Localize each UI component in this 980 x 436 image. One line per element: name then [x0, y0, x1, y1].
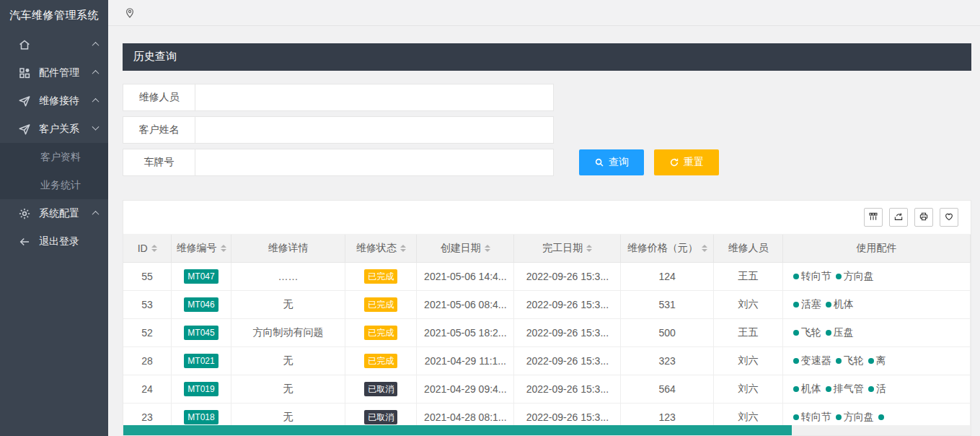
part-dot-icon	[836, 358, 842, 364]
sidebar-subitem-客户资料[interactable]: 客户资料	[0, 143, 108, 171]
form-row: 客户姓名	[123, 116, 971, 144]
columns-icon-button[interactable]	[864, 208, 883, 227]
sidebar-item-label: 配件管理	[39, 66, 93, 79]
part-dot-icon	[836, 274, 842, 279]
field-input-2[interactable]	[195, 149, 554, 176]
sidebar-subitem-业务统计[interactable]: 业务统计	[0, 171, 108, 199]
columns-icon	[868, 212, 878, 224]
cell-finished: 2022-09-26 15:3...	[514, 262, 621, 290]
part-item: 方向盘	[836, 411, 874, 424]
header-label: 维修状态	[356, 242, 397, 255]
sort-icon[interactable]	[702, 245, 707, 252]
cell-price: 564	[621, 375, 714, 403]
cell-finished: 2022-09-26 15:3...	[514, 290, 621, 318]
query-button[interactable]: 查询	[579, 149, 644, 175]
search-form: 维修人员客户姓名车牌号 查询 重置	[123, 84, 971, 176]
table-header-id[interactable]: ID	[123, 235, 172, 262]
form-row: 维修人员	[123, 84, 971, 111]
page-title: 历史查询	[123, 43, 971, 71]
sidebar-item-配件管理[interactable]: 配件管理	[0, 58, 108, 87]
part-dot-icon	[826, 330, 831, 336]
content: 历史查询 维修人员客户姓名车牌号 查询 重置 ID维修编号	[108, 26, 980, 436]
cell-status: 已完成	[345, 318, 417, 346]
sidebar-subitem-label: 业务统计	[40, 179, 98, 192]
reset-button[interactable]: 重置	[654, 149, 719, 175]
cell-id: 24	[123, 375, 172, 403]
form-buttons: 查询 重置	[579, 149, 719, 175]
table-header-detail: 维修详情	[231, 235, 345, 262]
cell-status: 已完成	[345, 290, 417, 318]
export-icon-button[interactable]	[889, 208, 908, 227]
status-badge: 已取消	[364, 410, 397, 424]
cell-detail: ……	[231, 262, 345, 290]
sort-icon[interactable]	[151, 245, 157, 252]
field-input-1[interactable]	[195, 116, 554, 144]
cell-finished: 2022-09-26 15:3...	[514, 318, 621, 346]
cell-created: 2021-04-29 11:1...	[417, 346, 514, 375]
table-row: 55MT047……已完成2021-05-06 14:4...2022-09-26…	[123, 262, 971, 290]
header-label: 维修编号	[177, 242, 217, 255]
scrollbar-thumb[interactable]	[123, 425, 792, 435]
main-area: 历史查询 维修人员客户姓名车牌号 查询 重置 ID维修编号	[108, 0, 980, 436]
query-button-label: 查询	[609, 156, 629, 169]
send-icon	[18, 95, 31, 108]
repair-code-badge: MT047	[184, 269, 218, 284]
table-row: 53MT046无已完成2021-05-06 08:4...2022-09-26 …	[123, 290, 971, 318]
part-dot-icon	[878, 414, 884, 420]
form-row: 车牌号	[123, 149, 971, 176]
sidebar-item-客户关系[interactable]: 客户关系	[0, 115, 108, 143]
table-header-finished[interactable]: 完工日期	[514, 235, 621, 262]
sidebar-item-退出登录[interactable]: 退出登录	[0, 227, 108, 256]
sidebar-menu: 配件管理维修接待客户关系客户资料业务统计系统配置退出登录	[0, 30, 108, 256]
send-icon	[18, 123, 31, 136]
horizontal-scrollbar[interactable]	[123, 425, 971, 435]
part-item: 离	[868, 354, 886, 367]
cell-finished: 2022-09-26 15:3...	[514, 346, 621, 375]
repair-code-badge: MT045	[184, 326, 218, 340]
cell-detail: 方向制动有问题	[231, 318, 345, 346]
table-header-status[interactable]: 维修状态	[345, 235, 417, 262]
cell-code: MT046	[172, 290, 231, 318]
search-icon	[594, 157, 604, 167]
header-label: 完工日期	[542, 242, 583, 255]
cell-status: 已完成	[345, 262, 417, 290]
sidebar-item-home[interactable]	[0, 30, 108, 58]
part-dot-icon	[868, 358, 874, 364]
print-icon-button[interactable]	[914, 208, 933, 227]
repair-code-badge: MT019	[184, 382, 218, 396]
cell-code: MT021	[172, 346, 231, 375]
sort-icon[interactable]	[586, 245, 592, 252]
status-badge: 已完成	[364, 269, 397, 284]
chevron-up-icon	[92, 70, 100, 77]
cell-id: 53	[123, 290, 172, 318]
part-item: 飞轮	[793, 326, 821, 339]
cell-code: MT019	[172, 375, 231, 403]
cell-detail: 无	[231, 346, 345, 375]
part-item: 压盘	[826, 326, 854, 339]
cell-staff: 王五	[714, 262, 783, 290]
cell-created: 2021-05-06 14:4...	[417, 262, 514, 290]
component-icon	[18, 66, 31, 79]
sidebar-item-系统配置[interactable]: 系统配置	[0, 199, 108, 227]
table-header-parts: 使用配件	[782, 235, 970, 262]
header-label: ID	[138, 243, 148, 254]
cell-staff: 刘六	[714, 290, 783, 318]
cell-id: 52	[123, 318, 172, 346]
cell-id: 28	[123, 346, 172, 375]
table-header-code[interactable]: 维修编号	[172, 235, 231, 262]
table-header-created[interactable]: 创建日期	[417, 235, 514, 262]
location-pin-icon	[124, 7, 136, 19]
status-badge: 已取消	[364, 382, 397, 396]
cell-code: MT045	[172, 318, 231, 346]
table-header-price[interactable]: 维修价格（元）	[621, 235, 714, 262]
field-input-0[interactable]	[195, 84, 554, 111]
sort-icon[interactable]	[221, 245, 226, 252]
chevron-up-icon	[92, 211, 100, 218]
sort-icon[interactable]	[485, 245, 490, 252]
sort-icon[interactable]	[400, 245, 406, 252]
header-label: 维修详情	[268, 242, 309, 255]
field-label: 客户姓名	[123, 116, 195, 144]
sidebar-item-维修接待[interactable]: 维修接待	[0, 87, 108, 115]
heart-icon-button[interactable]	[940, 208, 958, 227]
chevron-up-icon	[92, 42, 100, 49]
